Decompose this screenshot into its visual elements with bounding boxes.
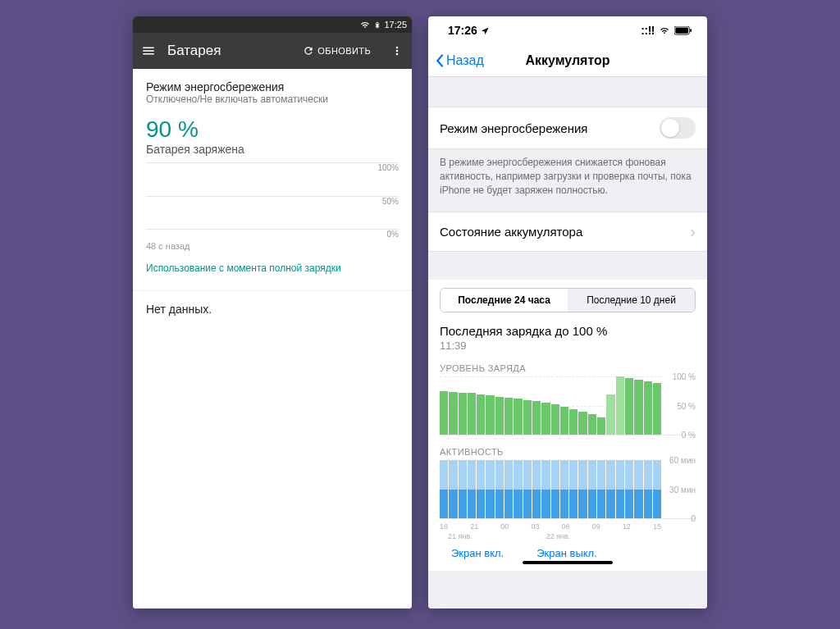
low-power-mode-cell[interactable]: Режим энергосбережения	[428, 107, 707, 149]
ios-nav-bar: Назад Аккумулятор	[428, 44, 707, 77]
screen-on-link[interactable]: Экран вкл.	[451, 547, 504, 559]
battery-level-chart: 100 % 50 % 0 %	[440, 376, 696, 435]
activity-chart: 60 мин 30 мин 0	[440, 460, 696, 519]
chart-x-axis: 1821000306091215	[440, 519, 696, 532]
activity-label: АКТИВНОСТЬ	[440, 447, 696, 457]
android-content: Режим энергосбережения Отключено/Не вклю…	[133, 69, 412, 608]
battery-level-label: УРОВЕНЬ ЗАРЯДА	[440, 363, 696, 373]
battery-icon	[674, 26, 692, 35]
android-app-bar: Батарея ОБНОВИТЬ	[133, 33, 412, 69]
menu-icon[interactable]	[141, 43, 156, 58]
power-save-title[interactable]: Режим энергосбережения	[146, 80, 399, 93]
legend-links: Экран вкл. Экран выкл.	[440, 540, 696, 561]
divider	[133, 290, 412, 291]
wifi-icon	[659, 26, 670, 35]
segment-24h[interactable]: Последние 24 часа	[441, 289, 568, 312]
chevron-right-icon: ›	[690, 222, 696, 241]
overflow-icon[interactable]	[390, 44, 404, 57]
usage-link[interactable]: Использование с момента полной зарядки	[146, 262, 399, 274]
battery-status: Батарея заряжена	[146, 143, 399, 156]
screen-off-link[interactable]: Экран выкл.	[536, 547, 597, 559]
android-battery-screen: 17:25 Батарея ОБНОВИТЬ Режим энергосбере…	[133, 16, 412, 608]
wifi-icon	[359, 21, 371, 30]
ios-status-bar: 17:26 ::!!	[428, 16, 707, 44]
ios-battery-screen: 17:26 ::!! Назад Аккумулятор Режим энерг…	[428, 16, 707, 608]
battery-mini-chart: 100% 50% 0%	[146, 162, 399, 236]
time-ago: 48 с назад	[146, 241, 399, 251]
ios-scroll[interactable]: Режим энергосбережения В режиме энергосб…	[428, 77, 707, 608]
power-save-subtitle: Отключено/Не включать автоматически	[146, 93, 399, 105]
segment-10d[interactable]: Последние 10 дней	[568, 289, 695, 312]
last-charge-label: Последняя зарядка до 100 %	[440, 324, 696, 338]
no-data-label: Нет данных.	[146, 303, 399, 316]
android-status-bar: 17:25	[133, 16, 412, 33]
refresh-button[interactable]: ОБНОВИТЬ	[303, 45, 371, 57]
page-title: Аккумулятор	[428, 53, 707, 68]
svg-rect-3	[690, 29, 692, 32]
battery-percent: 90 %	[146, 116, 399, 143]
location-icon	[481, 26, 490, 35]
time-range-segment[interactable]: Последние 24 часа Последние 10 дней	[440, 288, 696, 312]
page-title: Батарея	[167, 43, 291, 59]
battery-health-cell[interactable]: Состояние аккумулятора ›	[428, 212, 707, 252]
battery-icon	[374, 20, 381, 30]
svg-rect-0	[377, 23, 378, 26]
low-power-note: В режиме энергосбережения снижается фоно…	[428, 149, 707, 212]
svg-rect-2	[675, 27, 688, 33]
status-time: 17:26	[448, 24, 477, 37]
low-power-switch[interactable]	[660, 117, 696, 139]
signal-icon: ::!!	[641, 27, 655, 34]
last-charge-time: 11:39	[440, 340, 696, 352]
home-indicator	[523, 561, 613, 564]
status-time: 17:25	[384, 20, 407, 30]
refresh-icon	[303, 45, 314, 57]
